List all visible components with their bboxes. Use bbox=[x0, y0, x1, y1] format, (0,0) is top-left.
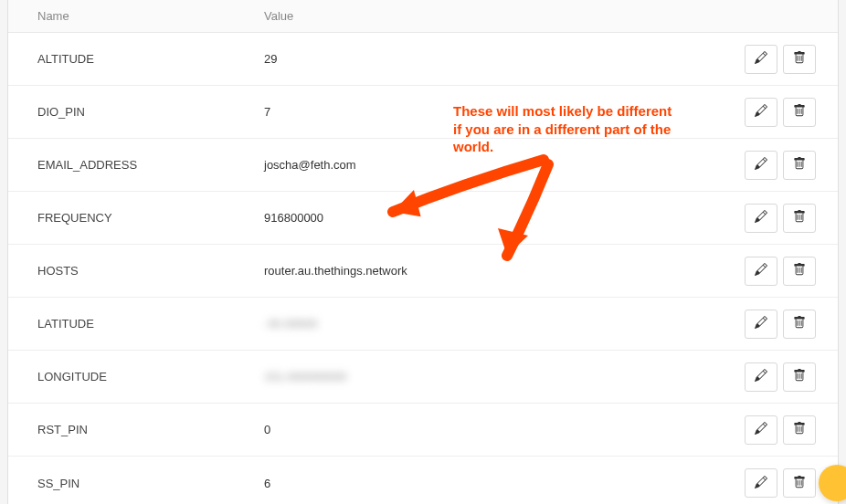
row-value: 916800000 bbox=[264, 211, 728, 225]
row-name: RST_PIN bbox=[8, 423, 264, 436]
trash-icon bbox=[793, 316, 806, 331]
table-row: LATITUDE-30.00000 bbox=[8, 298, 838, 351]
pencil-icon bbox=[755, 316, 767, 331]
row-value: 0 bbox=[264, 423, 728, 436]
pencil-icon bbox=[755, 210, 767, 226]
edit-button[interactable] bbox=[745, 98, 777, 127]
delete-button[interactable] bbox=[783, 257, 816, 286]
trash-icon bbox=[793, 369, 806, 384]
delete-button[interactable] bbox=[783, 45, 816, 74]
delete-button[interactable] bbox=[783, 415, 816, 445]
delete-button[interactable] bbox=[783, 362, 816, 392]
row-name: LONGITUDE bbox=[8, 370, 264, 383]
pencil-icon bbox=[755, 51, 767, 67]
row-value: 151.000000000 bbox=[264, 370, 728, 383]
row-value: -30.00000 bbox=[264, 317, 728, 331]
trash-icon bbox=[793, 210, 806, 226]
row-value: joscha@feth.com bbox=[264, 158, 728, 172]
trash-icon bbox=[793, 104, 806, 120]
row-name: HOSTS bbox=[8, 264, 264, 278]
pencil-icon bbox=[755, 157, 767, 173]
row-name: EMAIL_ADDRESS bbox=[8, 158, 264, 172]
trash-icon bbox=[793, 422, 806, 437]
delete-button[interactable] bbox=[783, 204, 816, 233]
delete-button[interactable] bbox=[783, 98, 816, 127]
pencil-icon bbox=[755, 104, 767, 120]
row-value: 7 bbox=[264, 105, 728, 119]
table-row: ALTITUDE29 bbox=[8, 33, 838, 86]
edit-button[interactable] bbox=[745, 257, 777, 286]
table-row: DIO_PIN7 bbox=[8, 86, 838, 139]
table-row: SS_PIN6 bbox=[8, 457, 838, 504]
row-name: SS_PIN bbox=[8, 477, 264, 490]
pencil-icon bbox=[755, 369, 767, 384]
header-name: Name bbox=[8, 9, 264, 23]
row-name: ALTITUDE bbox=[8, 52, 264, 66]
pencil-icon bbox=[755, 263, 767, 278]
row-name: FREQUENCY bbox=[8, 211, 264, 225]
trash-icon bbox=[793, 263, 806, 278]
edit-button[interactable] bbox=[745, 310, 777, 339]
edit-button[interactable] bbox=[745, 204, 777, 233]
pencil-icon bbox=[755, 476, 767, 491]
table-header: Name Value bbox=[8, 0, 838, 33]
delete-button[interactable] bbox=[783, 468, 816, 498]
edit-button[interactable] bbox=[745, 468, 777, 498]
trash-icon bbox=[793, 51, 806, 67]
config-table: Name Value ALTITUDE29DIO_PIN7EMAIL_ADDRE… bbox=[7, 0, 839, 504]
delete-button[interactable] bbox=[783, 310, 816, 339]
row-name: LATITUDE bbox=[8, 317, 264, 331]
row-value: 29 bbox=[264, 52, 728, 66]
table-row: FREQUENCY916800000 bbox=[8, 192, 838, 245]
trash-icon bbox=[793, 476, 806, 491]
delete-button[interactable] bbox=[783, 151, 816, 180]
trash-icon bbox=[793, 157, 806, 173]
table-row: EMAIL_ADDRESSjoscha@feth.com bbox=[8, 139, 838, 192]
pencil-icon bbox=[755, 422, 767, 437]
row-name: DIO_PIN bbox=[8, 105, 264, 119]
table-row: HOSTSrouter.au.thethings.network bbox=[8, 245, 838, 298]
row-value: router.au.thethings.network bbox=[264, 264, 728, 278]
table-row: RST_PIN0 bbox=[8, 404, 838, 457]
row-value: 6 bbox=[264, 477, 728, 490]
edit-button[interactable] bbox=[745, 415, 777, 445]
table-row: LONGITUDE151.000000000 bbox=[8, 351, 838, 404]
edit-button[interactable] bbox=[745, 362, 777, 392]
header-value: Value bbox=[264, 9, 728, 23]
edit-button[interactable] bbox=[745, 45, 777, 74]
edit-button[interactable] bbox=[745, 151, 777, 180]
